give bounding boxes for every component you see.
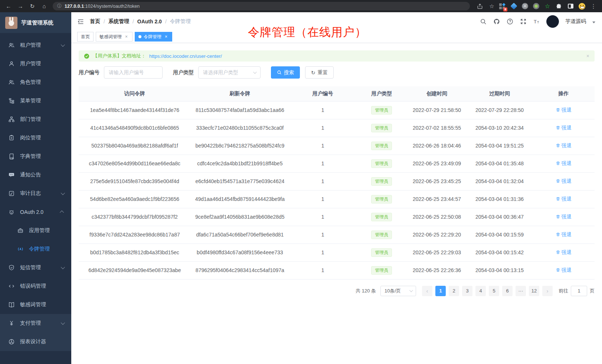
breadcrumb-item[interactable]: 系统管理	[108, 18, 129, 25]
more-pages-button[interactable]: ···	[516, 286, 526, 296]
fullscreen-icon[interactable]	[520, 18, 527, 25]
pay-yen-icon	[8, 320, 15, 327]
alert-close-icon[interactable]: ×	[586, 53, 589, 59]
trash-icon	[556, 179, 560, 183]
access-token-cell: 502375b8040a469a9b82188afdf6af1f	[79, 137, 191, 155]
breadcrumb-item[interactable]: OAuth 2.0	[137, 19, 162, 24]
user-id-input[interactable]: 请输入用户编号	[104, 66, 163, 79]
force-logout-button[interactable]: 强退	[556, 142, 572, 149]
user-type-badge: 管理员	[371, 142, 392, 150]
search-icon[interactable]	[480, 18, 487, 25]
page-button-12[interactable]: 12	[529, 286, 539, 296]
trash-icon	[556, 232, 560, 237]
font-size-icon[interactable]: TT	[533, 18, 540, 25]
extension-grid-icon[interactable]: 9	[499, 3, 506, 10]
user-menu-caret-icon[interactable]	[592, 21, 595, 23]
sidebar-item-pay-management[interactable]: 支付管理	[0, 314, 71, 332]
extension-command-icon[interactable]: ⌘	[522, 3, 528, 9]
forward-icon[interactable]: →	[16, 2, 25, 11]
action-cell: 强退	[532, 119, 595, 137]
user-type-select[interactable]: 请选择用户类型	[198, 66, 261, 79]
page-button-1[interactable]: 1	[435, 286, 446, 296]
notice-message-icon	[8, 172, 15, 178]
refresh-token-cell: cdfc4ce9c2da4bb1bdf21b9918ff4be5	[191, 155, 289, 172]
tab-home[interactable]: 首页	[77, 32, 94, 42]
tab-token-management[interactable]: 令牌管理×	[135, 32, 172, 42]
sidebar: 芋道管理系统 租户管理用户管理角色管理菜单管理部门管理岗位管理字典管理通知公告审…	[0, 12, 71, 364]
force-logout-button[interactable]: 强退	[556, 231, 572, 238]
tab-close-icon[interactable]: ×	[124, 34, 129, 39]
refresh-token-cell: b0df4980ffd34c67a08f9156e4eee733	[191, 244, 289, 261]
browser-menu-icon[interactable]: ⋮	[590, 3, 597, 10]
side-panel-icon[interactable]	[567, 3, 574, 10]
breadcrumb-item[interactable]: 首页	[90, 18, 100, 25]
profile-avatar[interactable]	[579, 3, 585, 10]
bookmark-star-icon[interactable]: ☆	[487, 2, 497, 11]
user-type-badge: 管理员	[371, 106, 392, 115]
next-page-button[interactable]: ›	[542, 286, 553, 296]
sidebar-item-audit-log[interactable]: 审计日志	[0, 184, 71, 203]
created-at-cell: 2022-06-25 22:29:03	[407, 244, 467, 261]
force-logout-button[interactable]: 强退	[556, 107, 572, 113]
force-logout-button[interactable]: 强退	[556, 249, 572, 256]
force-logout-button[interactable]: 强退	[556, 214, 572, 220]
url-bar[interactable]: ⓘ 127.0.0.1:1024/system/oauth2/token	[53, 2, 470, 10]
sidebar-item-post-management[interactable]: 岗位管理	[0, 129, 71, 147]
expires-at-cell: 2054-03-04 00:13:15	[467, 261, 533, 279]
force-logout-button[interactable]: 强退	[556, 267, 572, 274]
sidebar-item-dept-management[interactable]: 部门管理	[0, 110, 71, 129]
site-info-icon[interactable]: ⓘ	[57, 3, 62, 9]
jump-page-input[interactable]: 1	[571, 286, 587, 296]
sidebar-item-sms-management[interactable]: 短信管理	[0, 258, 71, 277]
force-logout-button[interactable]: 强退	[556, 125, 572, 131]
user-avatar[interactable]	[546, 15, 559, 28]
sidebar-collapse-icon[interactable]	[77, 18, 85, 25]
sidebar-item-user-management[interactable]: 用户管理	[0, 54, 71, 73]
sidebar-item-dict-management[interactable]: 字典管理	[0, 147, 71, 166]
extension-puzzle-icon[interactable]	[556, 3, 562, 10]
sidebar-item-notice-management[interactable]: 通知公告	[0, 166, 71, 184]
action-cell: 强退	[532, 172, 595, 190]
page-size-select[interactable]: 10条/页	[380, 286, 416, 296]
column-header: 操作	[532, 86, 595, 101]
github-icon[interactable]	[493, 18, 500, 25]
page-button-3[interactable]: 3	[462, 286, 472, 296]
sidebar-item-oauth2-token[interactable]: 令牌管理	[0, 240, 71, 258]
prev-page-button[interactable]: ‹	[422, 286, 432, 296]
column-header: 访问令牌	[79, 86, 191, 101]
sidebar-item-role-management[interactable]: 角色管理	[0, 73, 71, 92]
sidebar-item-sensitive-word-management[interactable]: 敏感词管理	[0, 295, 71, 314]
page-button-6[interactable]: 6	[502, 286, 513, 296]
share-icon[interactable]	[475, 2, 485, 11]
page-size-value: 10条/页	[385, 288, 401, 294]
sidebar-item-report-designer[interactable]: 报表设计器	[0, 332, 71, 351]
alert-doc-link[interactable]: https://doc.iocoder.cn/user-center/	[149, 53, 222, 59]
force-logout-button[interactable]: 强退	[556, 178, 572, 185]
page-button-5[interactable]: 5	[489, 286, 499, 296]
expires-at-cell: 2054-03-04 19:51:25	[467, 137, 533, 155]
force-logout-button[interactable]: 强退	[556, 160, 572, 167]
tab-close-icon[interactable]: ×	[164, 34, 169, 39]
reset-button[interactable]: ↻ 重置	[305, 66, 334, 79]
username[interactable]: 芋道源码	[565, 18, 586, 25]
back-icon[interactable]: ←	[4, 2, 13, 11]
tab-sensitive-word[interactable]: 敏感词管理×	[96, 32, 132, 42]
extension-dot-icon[interactable]	[533, 3, 539, 9]
extension-gem-icon[interactable]	[510, 3, 517, 10]
force-logout-button[interactable]: 强退	[556, 196, 572, 202]
reload-icon[interactable]: ↻	[27, 2, 37, 11]
column-header: 用户类型	[356, 86, 407, 101]
help-icon[interactable]	[506, 18, 513, 25]
sidebar-item-menu-management[interactable]: 菜单管理	[0, 92, 71, 110]
sidebar-item-tenant-management[interactable]: 租户管理	[0, 36, 71, 54]
sidebar-item-oauth2[interactable]: OAuth 2.0	[0, 203, 71, 221]
extension-star-icon[interactable]: ☆	[544, 3, 551, 10]
sidebar-item-oauth2-application[interactable]: 应用管理	[0, 221, 71, 240]
page-button-4[interactable]: 4	[475, 286, 486, 296]
app-logo[interactable]: 芋道管理系统	[0, 12, 71, 33]
page-button-2[interactable]: 2	[449, 286, 459, 296]
search-button[interactable]: 搜索	[271, 66, 300, 79]
sidebar-item-errorcode-management[interactable]: 错误码管理	[0, 277, 71, 295]
post-badge-icon	[8, 135, 15, 141]
home-icon[interactable]: ⌂	[39, 2, 49, 11]
